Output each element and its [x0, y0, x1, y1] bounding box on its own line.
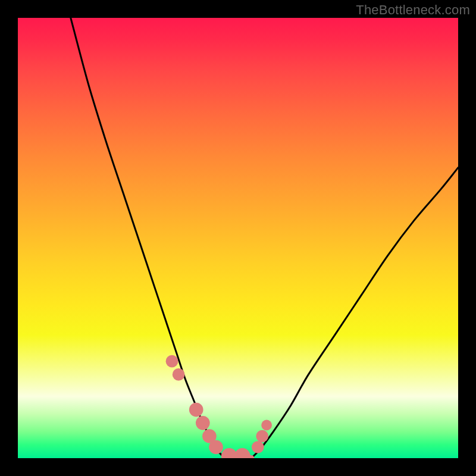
marker-lobe: [173, 368, 185, 381]
marker-lobe: [252, 441, 264, 453]
plot-area: [18, 18, 458, 458]
series-left-curve: [71, 18, 225, 458]
marker-lobe: [189, 403, 203, 417]
series-right-curve: [251, 168, 458, 458]
chart-frame: TheBottleneck.com: [0, 0, 476, 476]
marker-lobe: [166, 355, 178, 368]
marker-lobe: [196, 416, 210, 430]
marker-lobe: [234, 448, 250, 458]
watermark-text: TheBottleneck.com: [356, 2, 470, 18]
curve-layer: [71, 18, 458, 458]
marker-lobe: [256, 430, 268, 443]
marker-lobe: [209, 440, 223, 455]
marker-layer: [166, 355, 272, 458]
chart-svg: [18, 18, 458, 458]
marker-lobe: [261, 420, 272, 431]
